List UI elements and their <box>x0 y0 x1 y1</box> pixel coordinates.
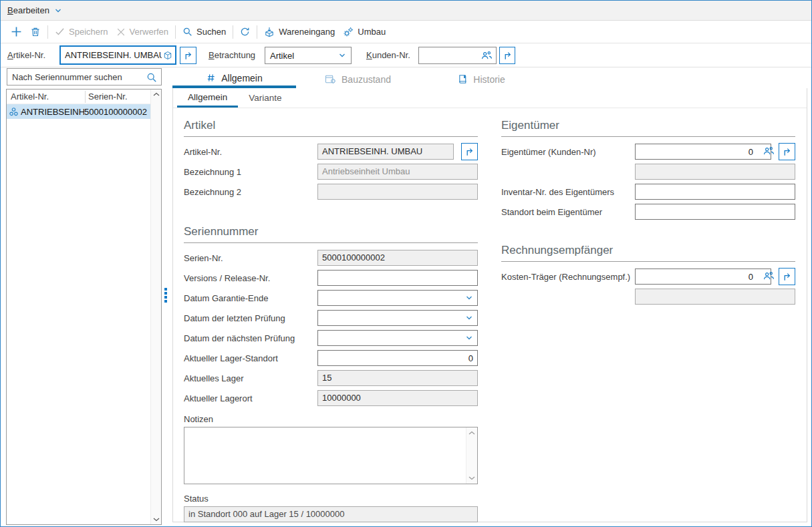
tab-historie[interactable]: Historie <box>420 70 543 88</box>
trash-icon <box>30 27 41 37</box>
magnifier-icon[interactable] <box>146 72 157 83</box>
people-group-icon[interactable] <box>481 51 493 60</box>
artikel-nr-label: Artikel-Nr. <box>7 50 45 60</box>
scroll-down-icon[interactable] <box>468 476 475 480</box>
package-arrow-icon <box>264 27 275 37</box>
tab-bauzustand[interactable]: Bauzustand <box>296 70 420 88</box>
serial-search-field[interactable] <box>7 68 162 85</box>
refresh-button[interactable] <box>236 23 254 41</box>
cube-icon[interactable] <box>163 51 172 60</box>
menu-bar: Bearbeiten <box>1 1 811 21</box>
notizen-label: Notizen <box>184 414 478 424</box>
kunden-goto-button[interactable] <box>499 47 515 64</box>
betrachtung-label: Betrachtung <box>209 50 255 60</box>
field-standort-eigentuemer-input[interactable] <box>635 204 795 220</box>
delete-button[interactable] <box>26 23 45 41</box>
discard-button[interactable]: Verwerfen <box>112 23 173 41</box>
field-kostentraeger-input[interactable] <box>635 269 771 285</box>
artikel-goto-button[interactable] <box>180 47 196 64</box>
field-kostentraeger: Kosten-Träger (Rechnungsempf.) <box>501 269 795 285</box>
field-standort-eigentuemer-label: Standort beim Eigentümer <box>501 207 635 217</box>
save-button[interactable]: Speichern <box>51 23 112 41</box>
section-rechnungsempfaenger-title: Rechnungsempfänger <box>501 244 795 262</box>
new-button[interactable] <box>7 23 26 41</box>
form-column-left: Artikel Artikel-Nr. ANTRIEBSEINH. UMBAU … <box>184 112 478 522</box>
list-scrollbar[interactable] <box>150 90 161 524</box>
field-eigentuemer-kunde-label: Eigentümer (Kunden-Nr) <box>501 147 635 157</box>
section-seriennummer-title: Seriennummer <box>184 225 478 243</box>
scroll-up-icon[interactable] <box>468 431 475 435</box>
turn-right-arrow-icon <box>782 272 792 282</box>
field-standort-eigentuemer: Standort beim Eigentümer <box>501 204 795 220</box>
subtab-variante-label: Variante <box>249 93 281 103</box>
field-eigentuemer-name <box>501 164 795 180</box>
people-group-icon[interactable] <box>763 271 775 281</box>
field-serien-nr-value: 5000100000002 <box>317 250 478 266</box>
status-value: in Standort 000 auf Lager 15 / 10000000 <box>184 506 478 522</box>
artikel-nr-field[interactable] <box>59 45 176 65</box>
box-gear-icon <box>325 74 336 84</box>
toolbar-separator <box>233 25 233 39</box>
field-lagerort-value: 10000000 <box>317 390 478 406</box>
list-item[interactable]: ANTRIEBSEINH... 5000100000002 <box>7 104 150 119</box>
field-eigentuemer-kunde-input[interactable] <box>635 144 771 160</box>
wareneingang-button[interactable]: Wareneingang <box>260 23 339 41</box>
field-artikel-nr-value: ANTRIEBSEINH. UMBAU <box>317 144 454 160</box>
plus-icon <box>11 26 22 37</box>
field-bezeichnung1-label: Bezeichnung 1 <box>184 167 317 177</box>
tab-historie-label: Historie <box>473 74 505 85</box>
field-lagerort-label: Aktueller Lagerort <box>184 393 317 403</box>
people-group-icon[interactable] <box>763 146 775 156</box>
field-eigentuemer-name-value <box>635 164 795 180</box>
field-version: Versions / Release-Nr. <box>184 270 478 286</box>
field-lagerort: Aktueller Lagerort 10000000 <box>184 390 478 406</box>
turn-right-arrow-icon <box>464 147 475 157</box>
section-artikel-title: Artikel <box>184 119 478 137</box>
field-inventar-nr-input[interactable] <box>635 184 795 200</box>
search-button-label: Suchen <box>196 27 226 37</box>
umbau-button-label: Umbau <box>358 27 386 37</box>
field-naechste-pruefung-input[interactable] <box>317 330 478 346</box>
field-bezeichnung2-label: Bezeichnung 2 <box>184 187 317 197</box>
field-version-label: Versions / Release-Nr. <box>184 273 317 283</box>
field-letzte-pruefung-input[interactable] <box>317 310 478 326</box>
betrachtung-select-value: Artikel <box>270 51 294 61</box>
subtab-allgemein[interactable]: Allgemein <box>177 88 238 108</box>
search-button[interactable]: Suchen <box>178 23 230 41</box>
field-eigentuemer-kunde: Eigentümer (Kunden-Nr) <box>501 144 795 160</box>
field-version-input[interactable] <box>317 270 478 286</box>
eigentuemer-goto-button[interactable] <box>779 143 795 160</box>
notizen-textarea[interactable] <box>184 427 477 484</box>
field-kostentraeger-label: Kosten-Träger (Rechnungsempf.) <box>501 272 635 282</box>
panel-splitter[interactable] <box>164 288 168 304</box>
kostentraeger-goto-button[interactable] <box>779 268 795 285</box>
kunden-nr-label: Kunden-Nr. <box>366 50 410 60</box>
chevron-down-icon <box>54 7 62 15</box>
serial-search-input[interactable] <box>7 69 161 85</box>
main-tab-bar: Allgemein Bauzustand Historie <box>172 70 543 88</box>
scroll-up-icon[interactable] <box>153 92 160 96</box>
scroll-down-icon[interactable] <box>153 518 160 522</box>
betrachtung-select[interactable]: Artikel <box>265 47 352 64</box>
umbau-button[interactable]: Umbau <box>339 23 390 41</box>
artikel-nr-input[interactable] <box>63 50 163 60</box>
field-lager-standort-input[interactable] <box>317 350 478 366</box>
tab-allgemein[interactable]: Allgemein <box>172 70 296 88</box>
field-bezeichnung1-value: Antriebseinheit Umbau <box>317 164 478 180</box>
toolbar-separator <box>47 25 48 39</box>
field-naechste-pruefung: Datum der nächsten Prüfung <box>184 330 478 346</box>
field-garantie-ende-input[interactable] <box>317 290 478 306</box>
assembly-icon <box>9 107 19 117</box>
notizen-scrollbar[interactable] <box>466 427 477 484</box>
subtab-allgemein-label: Allgemein <box>188 92 227 102</box>
kunden-nr-field[interactable] <box>418 47 497 64</box>
artikel-detail-goto-button[interactable] <box>461 143 478 160</box>
list-item-artikel: ANTRIEBSEINH... <box>21 107 84 117</box>
field-naechste-pruefung-label: Datum der nächsten Prüfung <box>184 333 317 343</box>
menu-bearbeiten[interactable]: Bearbeiten <box>7 5 62 15</box>
column-header-artikel[interactable]: Artikel-Nr. <box>7 92 85 102</box>
subtab-variante[interactable]: Variante <box>238 88 292 108</box>
record-header-bar: Artikel-Nr. Betrachtung Artikel Kunden-N… <box>1 43 811 67</box>
magnifier-icon <box>182 27 192 37</box>
field-aktuelles-lager-value: 15 <box>317 370 478 386</box>
